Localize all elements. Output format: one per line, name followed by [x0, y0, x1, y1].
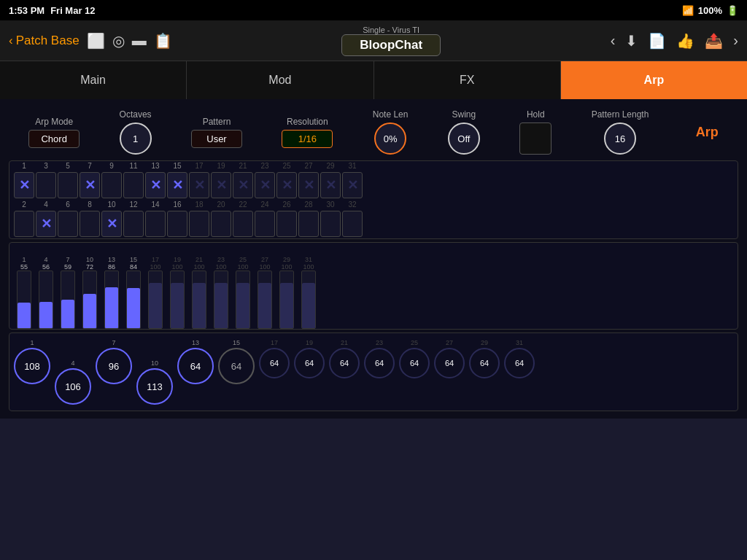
notelen-knob[interactable]: 0% [374, 122, 406, 155]
note-knob-29[interactable]: 64 [469, 348, 500, 378]
step-30[interactable] [320, 211, 341, 237]
step-13[interactable]: ✕ [145, 172, 166, 198]
nav-bar: ‹ Patch Base ⬜ ◎ ▬ 📋 Single - Virus TI B… [0, 20, 747, 61]
vel-col-23[interactable]: 23 100 [211, 256, 231, 329]
step-12[interactable] [123, 211, 144, 237]
note-knob-25[interactable]: 64 [399, 348, 430, 378]
note-knob-31[interactable]: 64 [504, 348, 535, 378]
step-15[interactable]: ✕ [167, 172, 187, 198]
step-11[interactable] [123, 172, 144, 198]
vel-col-15[interactable]: 15 84 [123, 256, 144, 329]
step-32[interactable] [342, 211, 363, 237]
tab-fx[interactable]: FX [374, 61, 561, 99]
favorite-icon[interactable]: 👍 [676, 32, 694, 50]
step-2[interactable] [14, 211, 34, 237]
note-step-31: 31 64 [504, 339, 535, 378]
pattern-value[interactable]: User [191, 130, 242, 148]
step-31[interactable]: ✕ [342, 172, 363, 198]
vel-col-13[interactable]: 13 86 [101, 256, 122, 329]
settings-icon[interactable]: ◎ [112, 32, 125, 50]
keyboard-icon[interactable]: ▬ [132, 32, 147, 49]
step-5[interactable] [58, 172, 78, 198]
step-10[interactable]: ✕ [101, 211, 122, 237]
vel-col-7[interactable]: 7 59 [58, 256, 78, 329]
step-18[interactable] [189, 211, 209, 237]
note-knob-15[interactable]: 64 [218, 348, 255, 384]
arp-mode-value[interactable]: Chord [28, 130, 80, 148]
note-step-13: 13 64 [177, 339, 214, 384]
share-icon[interactable]: 📋 [154, 32, 172, 50]
vel-col-10[interactable]: 10 72 [80, 256, 100, 329]
back-label: Patch Base [16, 34, 80, 48]
step-21[interactable]: ✕ [233, 172, 253, 198]
step-16[interactable] [167, 211, 187, 237]
swing-label: Swing [452, 109, 476, 120]
step-3[interactable] [36, 172, 56, 198]
vel-col-29[interactable]: 29 100 [276, 256, 297, 329]
step-25[interactable]: ✕ [276, 172, 297, 198]
step-28[interactable] [298, 211, 319, 237]
vel-col-31[interactable]: 31 100 [298, 256, 319, 329]
step-20[interactable] [211, 211, 231, 237]
even-buttons-row: ✕ ✕ [9, 209, 738, 238]
step-22[interactable] [233, 211, 253, 237]
note-knob-10[interactable]: 113 [136, 368, 173, 405]
swing-control: Swing Off [448, 109, 480, 155]
tab-bar: Main Mod FX Arp [0, 61, 747, 99]
arp-mode-label: Arp Mode [35, 117, 73, 127]
vel-col-19[interactable]: 19 100 [167, 256, 187, 329]
swing-knob[interactable]: Off [448, 122, 480, 155]
step-8[interactable] [80, 211, 100, 237]
note-knob-4[interactable]: 106 [55, 368, 91, 405]
pattern-length-knob[interactable]: 16 [604, 122, 636, 155]
note-knob-27[interactable]: 64 [434, 348, 465, 378]
back-button[interactable]: ‹ Patch Base [9, 34, 80, 48]
tab-main[interactable]: Main [0, 61, 187, 99]
step-17[interactable]: ✕ [189, 172, 209, 198]
note-step-15: 15 64 [218, 339, 255, 384]
next-icon[interactable]: › [733, 32, 738, 49]
step-9[interactable] [101, 172, 122, 198]
note-knob-23[interactable]: 64 [364, 348, 395, 378]
note-knob-19[interactable]: 64 [294, 348, 325, 378]
note-knob-17[interactable]: 64 [259, 348, 290, 378]
pattern-length-control: Pattern Length 16 [592, 109, 649, 155]
step-26[interactable] [276, 211, 297, 237]
vel-col-25[interactable]: 25 100 [233, 256, 253, 329]
patches-icon[interactable]: ⬜ [87, 32, 105, 50]
controls-row: Arp Mode Chord Octaves 1 Pattern User Re… [9, 106, 738, 160]
resolution-value[interactable]: 1/16 [282, 130, 333, 148]
octaves-knob[interactable]: 1 [120, 122, 152, 155]
notelen-label: Note Len [373, 109, 409, 120]
step-29[interactable]: ✕ [320, 172, 341, 198]
vel-col-4[interactable]: 4 56 [36, 256, 56, 329]
vel-col-21[interactable]: 21 100 [189, 256, 209, 329]
tab-arp[interactable]: Arp [561, 61, 747, 99]
step-14[interactable] [145, 211, 166, 237]
doc-icon[interactable]: 📄 [648, 32, 666, 50]
tab-mod[interactable]: Mod [187, 61, 374, 99]
step-24[interactable] [255, 211, 275, 237]
hold-box[interactable] [519, 122, 551, 155]
step-27[interactable]: ✕ [298, 172, 319, 198]
vel-col-17[interactable]: 17 100 [145, 256, 166, 329]
step-4[interactable]: ✕ [36, 211, 56, 237]
upload-icon[interactable]: 📤 [705, 32, 723, 50]
note-knob-7[interactable]: 96 [96, 348, 132, 384]
vel-col-27[interactable]: 27 100 [255, 256, 275, 329]
status-bar: 1:53 PM Fri Mar 12 📶 100% 🔋 [0, 0, 747, 20]
resolution-label: Resolution [287, 117, 328, 127]
step-7[interactable]: ✕ [80, 172, 100, 198]
note-step-25: 25 64 [399, 339, 430, 378]
step-6[interactable] [58, 211, 78, 237]
note-knob-21[interactable]: 64 [329, 348, 360, 378]
vel-col-1[interactable]: 1 55 [14, 256, 34, 329]
even-numbers-row: 2 4 6 8 10 12 14 16 18 20 22 24 26 28 30… [9, 200, 738, 209]
prev-icon[interactable]: ‹ [611, 32, 616, 49]
step-1[interactable]: ✕ [14, 172, 34, 198]
step-23[interactable]: ✕ [255, 172, 275, 198]
step-19[interactable]: ✕ [211, 172, 231, 198]
note-knob-1[interactable]: 108 [14, 348, 50, 384]
note-knob-13[interactable]: 64 [177, 348, 214, 384]
download-icon[interactable]: ⬇ [625, 32, 638, 50]
